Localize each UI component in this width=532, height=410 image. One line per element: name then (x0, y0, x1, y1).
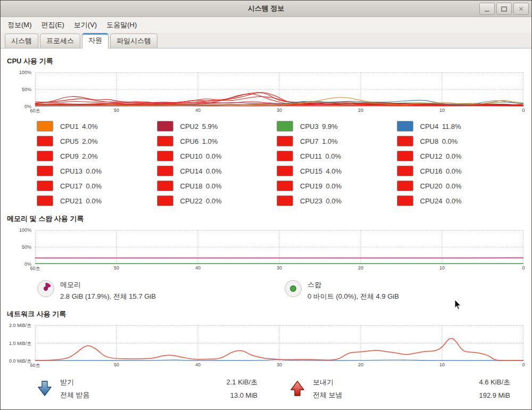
network-section-title: 네트워크 사용 기록 (7, 309, 531, 319)
cpu-legend-item: CPU14 0.0% (157, 166, 277, 176)
menu-info[interactable]: 정보(M) (3, 18, 37, 32)
cpu-legend-item: CPU6 1.0% (157, 136, 277, 146)
cpu-legend-text: CPU3 9.9% (300, 122, 338, 130)
receive-label: 받기 (60, 378, 219, 387)
close-button[interactable]: ✕ (513, 3, 529, 15)
cpu-legend-text: CPU22 0.0% (180, 197, 222, 205)
cpu-legend-item: CPU2 5.9% (157, 121, 277, 132)
resources-panel: CPU 사용 기록 100%50%0% 60초50403020100 CPU1 … (1, 56, 531, 410)
memory-legend: 메모리 2.8 GiB (17.9%), 전체 15.7 GiB 스왑 0 바이… (37, 280, 531, 301)
cpu-color-swatch (37, 151, 53, 161)
cpu-legend-item: CPU17 0.0% (37, 181, 157, 191)
swap-legend-item: 스왑 0 바이트 (0.0%), 전체 4.9 GiB (284, 280, 531, 301)
titlebar[interactable]: 시스템 정보 ✕ (1, 1, 531, 17)
cpu-color-swatch (397, 195, 413, 206)
tab-processes[interactable]: 프로세스 (40, 34, 80, 48)
cpu-legend-text: CPU19 0.0% (300, 182, 342, 190)
x-tick-label: 0 (522, 265, 525, 270)
cpu-color-swatch (37, 195, 53, 206)
memory-chart: 100%50%0% (1, 230, 523, 264)
y-tick-label: 0.0 MiB/초 (9, 358, 31, 365)
cpu-color-swatch (157, 195, 173, 206)
cpu-legend-item: CPU20 0.0% (397, 181, 517, 191)
cpu-legend-text: CPU9 2.0% (60, 152, 98, 160)
x-tick-label: 20 (358, 265, 363, 270)
x-tick-label: 20 (358, 108, 363, 113)
cpu-legend-item: CPU22 0.0% (157, 195, 277, 206)
cpu-legend-text: CPU7 1.0% (300, 137, 338, 145)
cpu-color-swatch (157, 166, 173, 176)
cpu-color-swatch (397, 136, 413, 146)
menubar: 정보(M) 편집(E) 보기(V) 도움말(H) (1, 17, 531, 32)
cpu-legend-text: CPU21 0.0% (60, 197, 102, 205)
cpu-color-swatch (397, 166, 413, 176)
tab-system[interactable]: 시스템 (5, 34, 38, 48)
cpu-section-title: CPU 사용 기록 (7, 56, 531, 66)
cpu-chart: 100%50%0% (1, 72, 523, 106)
cpu-legend-item: CPU18 0.0% (157, 181, 277, 191)
tab-resources[interactable]: 자원 (82, 33, 109, 48)
memory-plot-svg (35, 230, 523, 264)
cpu-legend-text: CPU18 0.0% (180, 182, 222, 190)
window-title: 시스템 정보 (248, 4, 285, 13)
cpu-legend-item: CPU11 0.0% (277, 151, 397, 161)
swap-detail: 0 바이트 (0.0%), 전체 4.9 GiB (307, 292, 399, 300)
memory-detail: 2.8 GiB (17.9%), 전체 15.7 GiB (60, 292, 156, 300)
x-tick-label: 30 (277, 362, 282, 367)
cpu-legend-item: CPU16 0.0% (397, 166, 517, 176)
cpu-color-swatch (397, 151, 413, 161)
cpu-legend-text: CPU1 4.0% (60, 122, 98, 130)
send-total-label: 전체 보냄 (313, 390, 471, 400)
x-tick-label: 10 (439, 108, 445, 113)
y-tick-label: 100% (19, 70, 31, 75)
close-icon: ✕ (518, 6, 523, 12)
cpu-color-swatch (37, 181, 53, 191)
tab-filesystems[interactable]: 파일시스템 (110, 34, 157, 48)
network-receive-item: 받기 2.1 KiB/초 전체 받음 13.0 MiB (37, 378, 257, 400)
menu-view[interactable]: 보기(V) (69, 18, 102, 32)
menu-edit[interactable]: 편집(E) (37, 18, 69, 32)
cpu-legend-item: CPU4 11.8% (397, 121, 517, 132)
swap-label: 스왑 (307, 280, 399, 290)
x-tick-label: 30 (277, 265, 282, 270)
cpu-color-swatch (157, 181, 173, 191)
cpu-legend-item: CPU21 0.0% (37, 195, 157, 206)
cpu-color-swatch (277, 195, 293, 206)
x-tick-label: 40 (195, 362, 201, 367)
minimize-button[interactable] (479, 3, 495, 15)
maximize-button[interactable] (496, 3, 512, 15)
cpu-color-swatch (157, 136, 173, 146)
y-tick-label: 50% (22, 244, 31, 250)
x-tick-label: 0 (522, 362, 525, 367)
cpu-color-swatch (277, 121, 293, 132)
cpu-color-swatch (397, 121, 413, 132)
cpu-legend-text: CPU4 11.8% (420, 122, 461, 130)
x-tick-label: 50 (114, 362, 119, 367)
cpu-legend-item: CPU8 0.0% (397, 136, 517, 146)
cpu-color-swatch (37, 121, 53, 132)
cpu-legend-item: CPU24 0.0% (397, 195, 517, 206)
network-send-item: 보내기 4.6 KiB/초 전체 보냄 192.9 MiB (289, 378, 510, 400)
cpu-legend-item: CPU9 2.0% (37, 151, 157, 161)
network-ylabels: 2.0 MiB/초1.0 MiB/초0.0 MiB/초 (1, 325, 35, 361)
cpu-plot (35, 72, 523, 106)
swap-icon (284, 280, 302, 298)
cpu-legend-text: CPU11 0.0% (300, 152, 341, 160)
memory-legend-item: 메모리 2.8 GiB (17.9%), 전체 15.7 GiB (37, 280, 284, 301)
menu-help[interactable]: 도움말(H) (102, 18, 142, 32)
cpu-color-swatch (277, 136, 293, 146)
network-legend: 받기 2.1 KiB/초 전체 받음 13.0 MiB 보내기 4.6 KiB/… (37, 378, 510, 400)
network-chart: 2.0 MiB/초1.0 MiB/초0.0 MiB/초 (1, 325, 523, 361)
y-tick-label: 100% (19, 227, 31, 233)
memory-xlabels: 60초50403020100 (35, 265, 523, 273)
y-tick-label: 50% (22, 87, 31, 92)
x-tick-label: 10 (439, 362, 445, 367)
cpu-legend-item: CPU5 2.0% (37, 136, 157, 146)
cpu-legend-text: CPU14 0.0% (180, 167, 222, 175)
x-tick-label: 30 (277, 108, 282, 113)
x-tick-label: 0 (522, 108, 525, 113)
cpu-legend-item: CPU12 0.0% (397, 151, 517, 161)
system-monitor-window: 시스템 정보 ✕ 정보(M) 편집(E) 보기(V) 도움말(H) 시스템 프로… (0, 0, 532, 410)
cpu-legend-text: CPU23 0.0% (300, 197, 342, 205)
minimize-icon (485, 11, 489, 12)
